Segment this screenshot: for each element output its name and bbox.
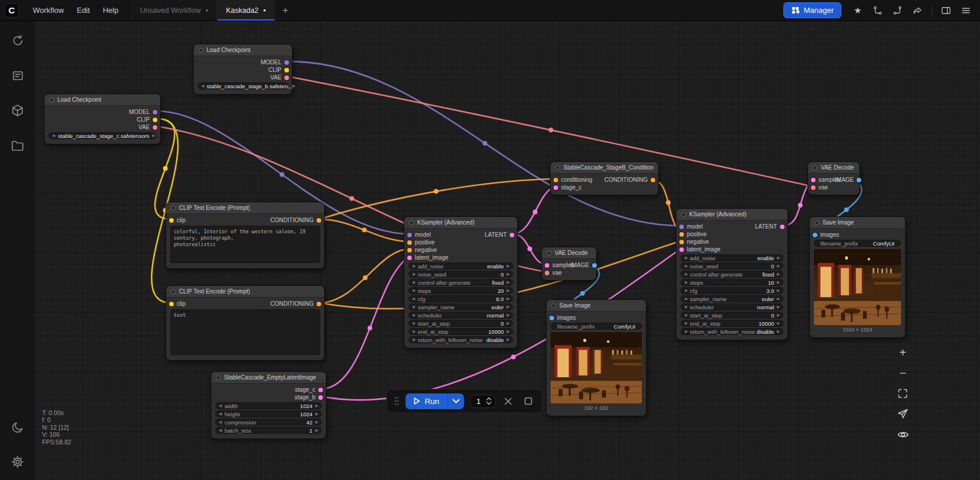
collapse-dot[interactable]	[171, 206, 176, 210]
increment-arrow-icon[interactable]: ▶	[507, 305, 510, 309]
settings-button[interactable]	[8, 452, 27, 472]
input-slot-images[interactable]	[813, 233, 817, 237]
widget-noise-seed[interactable]: ◀noise_seed0▶	[680, 263, 783, 270]
decrement-arrow-icon[interactable]: ◀	[219, 412, 222, 416]
widget-value[interactable]: ◀stable_cascade_stage_b.safeten...▶	[198, 82, 288, 89]
decrement-arrow-icon[interactable]: ◀	[684, 264, 687, 268]
input-slot-negative[interactable]	[407, 248, 412, 253]
fit-view-button[interactable]	[894, 385, 912, 402]
widget-filename-prefix[interactable]: ◀filename_prefixComfyUI▶	[551, 323, 642, 330]
node-load-checkpoint-b[interactable]: Load CheckpointMODELCLIPVAE◀stable_casca…	[193, 44, 293, 95]
input-slot-vae[interactable]	[545, 271, 549, 275]
input-slot-clip[interactable]	[169, 218, 174, 223]
node-graph-canvas[interactable]: Load CheckpointMODELCLIPVAE◀stable_casca…	[35, 21, 980, 480]
decrement-arrow-icon[interactable]: ◀	[219, 404, 222, 408]
queue-panel-button[interactable]	[521, 394, 535, 408]
widget-add-noise[interactable]: ◀add_noiseenable▶	[680, 254, 783, 261]
widget-batch-size[interactable]: ◀batch_size1▶	[215, 427, 322, 434]
widget-scheduler[interactable]: ◀schedulernormal▶	[680, 303, 783, 310]
node-save-image-final[interactable]: Save Imageimages◀filename_prefixComfyUI▶…	[809, 216, 906, 338]
widget-cfg[interactable]: ◀cfg3.0▶	[680, 287, 783, 294]
decrement-arrow-icon[interactable]: ◀	[412, 313, 415, 317]
widget-width[interactable]: ◀width1024▶	[215, 402, 322, 409]
increment-arrow-icon[interactable]: ▶	[777, 272, 780, 277]
decrement-arrow-icon[interactable]: ◀	[684, 272, 687, 277]
zoom-in-button[interactable]: +	[894, 344, 912, 361]
output-slot-VAE[interactable]	[153, 125, 157, 130]
increment-arrow-icon[interactable]: ▶	[293, 84, 295, 88]
input-slot-images[interactable]	[549, 316, 554, 320]
input-slot-model[interactable]	[679, 225, 684, 229]
decrement-arrow-icon[interactable]: ◀	[412, 322, 415, 326]
input-slot-latent_image[interactable]	[407, 255, 412, 260]
collapse-dot[interactable]	[546, 251, 551, 255]
collapse-dot[interactable]	[49, 98, 54, 102]
hamburger-menu-icon[interactable]	[958, 2, 974, 19]
collapse-dot[interactable]	[813, 165, 817, 170]
output-slot-VAE[interactable]	[284, 75, 289, 80]
run-button[interactable]: Run	[405, 393, 448, 409]
node-vae-decode-preview[interactable]: VAE DecodesamplesIMAGEvae	[541, 247, 597, 281]
input-slot-stage_c[interactable]	[553, 185, 558, 190]
increment-arrow-icon[interactable]: ▶	[507, 313, 510, 317]
widget-control-after-generate[interactable]: ◀control after generatefixed▶	[680, 271, 783, 278]
image-preview[interactable]	[814, 249, 901, 325]
stepper-down-icon[interactable]	[486, 402, 491, 405]
widget-add-noise[interactable]: ◀add_noiseenable▶	[408, 263, 513, 270]
widget-compression[interactable]: ◀compression42▶	[215, 419, 322, 426]
decrement-arrow-icon[interactable]: ◀	[412, 289, 415, 293]
increment-arrow-icon[interactable]: ▶	[507, 289, 510, 293]
increment-arrow-icon[interactable]: ▶	[507, 264, 510, 268]
output-slot-IMAGE[interactable]	[592, 263, 597, 268]
widget-start-at-step[interactable]: ◀start_at_step0▶	[680, 312, 783, 319]
widget-filename-prefix[interactable]: ◀filename_prefixComfyUI▶	[814, 240, 901, 247]
decrement-arrow-icon[interactable]: ◀	[412, 330, 415, 334]
node-clip-text-encode-negative[interactable]: CLIP Text Encode (Prompt)clipCONDITIONIN…	[166, 285, 325, 361]
decrement-arrow-icon[interactable]: ◀	[219, 429, 222, 433]
widget-noise-seed[interactable]: ◀noise_seed0▶	[408, 271, 513, 278]
sidebar-item-history[interactable]	[8, 30, 27, 50]
menu-help[interactable]: Help	[97, 2, 125, 18]
manager-button[interactable]: Manager	[783, 2, 841, 18]
drag-handle-icon[interactable]	[394, 396, 400, 406]
output-slot-LATENT[interactable]	[510, 233, 514, 237]
widget-return-with-leftover-noise[interactable]: ◀return_with_leftover_noisedisable▶	[680, 328, 783, 335]
widget-scheduler[interactable]: ◀schedulernormal▶	[408, 312, 513, 319]
input-slot-negative[interactable]	[679, 240, 684, 244]
sidebar-item-node-library[interactable]	[8, 65, 27, 85]
collapse-dot[interactable]	[216, 375, 221, 380]
input-slot-positive[interactable]	[407, 240, 412, 245]
increment-arrow-icon[interactable]: ▶	[777, 322, 780, 326]
increment-arrow-icon[interactable]: ▶	[507, 297, 510, 301]
increment-arrow-icon[interactable]: ▶	[777, 313, 780, 317]
input-slot-latent_image[interactable]	[679, 247, 684, 252]
decrement-arrow-icon[interactable]: ◀	[412, 272, 415, 277]
input-slot-samples[interactable]	[545, 263, 549, 268]
decrement-arrow-icon[interactable]: ◀	[684, 281, 687, 285]
widget-end-at-step[interactable]: ◀end_at_step10000▶	[680, 320, 783, 327]
output-slot-CONDITIONING[interactable]	[651, 178, 655, 182]
stepper-up-icon[interactable]	[486, 397, 491, 400]
node-vae-decode-final[interactable]: VAE DecodesamplesIMAGEvae	[807, 161, 860, 195]
increment-arrow-icon[interactable]: ▶	[152, 134, 155, 138]
increment-arrow-icon[interactable]: ▶	[507, 281, 510, 285]
input-slot-positive[interactable]	[679, 232, 684, 237]
decrement-arrow-icon[interactable]: ◀	[412, 305, 415, 309]
decrement-arrow-icon[interactable]: ◀	[684, 297, 687, 301]
collapse-dot[interactable]	[814, 220, 819, 225]
output-slot-MODEL[interactable]	[284, 60, 289, 65]
increment-arrow-icon[interactable]: ▶	[777, 305, 780, 309]
node-load-checkpoint-c[interactable]: Load CheckpointMODELCLIPVAE◀ckp...stable…	[44, 94, 161, 144]
decrement-arrow-icon[interactable]: ◀	[412, 281, 415, 285]
image-preview[interactable]	[551, 332, 642, 403]
increment-arrow-icon[interactable]: ▶	[777, 281, 780, 285]
collapse-dot[interactable]	[198, 48, 203, 53]
widget-steps[interactable]: ◀steps10▶	[680, 279, 783, 286]
widget-control-after-generate[interactable]: ◀control after generatefixed▶	[408, 279, 513, 286]
node-stablecascade-emptylatentimage[interactable]: StableCascade_EmptyLatentImagestage_csta…	[211, 371, 326, 439]
decrement-arrow-icon[interactable]: ◀	[684, 313, 687, 317]
collapse-dot[interactable]	[551, 303, 556, 308]
input-slot-samples[interactable]	[811, 178, 816, 182]
toggle-visibility-button[interactable]	[894, 426, 912, 443]
run-options-chevron[interactable]	[448, 393, 464, 409]
